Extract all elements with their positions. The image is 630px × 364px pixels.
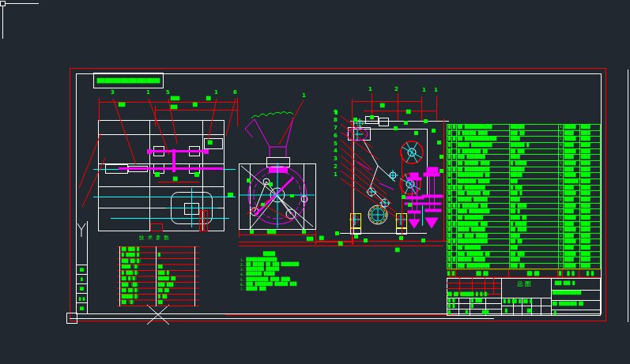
bom-spec: █ ███ — [510, 186, 559, 191]
bom-part-name: █ ███████ ███ — [457, 204, 510, 209]
tech-params-row: ██ █(█) █████ ██ — [120, 276, 194, 283]
bom-part-name: ██ █████████ — [457, 186, 510, 191]
bom-part-name: ██ ██████████████ — [457, 137, 510, 142]
titleblock-sig: █ █ — [448, 305, 455, 309]
bom-spec: ██████ — [510, 125, 559, 130]
drawing-title-banner: ████████████████████████ — [93, 73, 164, 88]
border-strip-cell: ██ — [77, 284, 87, 294]
bom-header-name: ██ ██ — [456, 270, 509, 277]
bom-spec: ██ ███ — [510, 149, 559, 155]
bom-spec: ██ ████ — [510, 227, 559, 233]
bom-row: █ ███████████ ██ █████ 1 █████ ████ — [447, 173, 600, 179]
bom-material: ████ — [564, 167, 580, 173]
bom-remark: ████ — [580, 173, 600, 178]
bom-row: █ ███ ███████ ██ ██ ███ 1 █████ ████ — [447, 252, 600, 258]
bom-material: █████ — [564, 239, 580, 245]
balloon-c2: 2 — [394, 87, 398, 92]
bom-spec: ███ ██ — [510, 131, 559, 137]
titleblock-sheet-count: ██ — [527, 310, 532, 313]
bom-remark: ████ — [580, 191, 600, 197]
bom-material: ████ — [564, 131, 580, 137]
bom-remark: ████ — [580, 155, 600, 160]
tech-param-value: ██ ██ — [158, 289, 169, 293]
bom-remark: ████ — [580, 209, 600, 215]
tech-params-row: ███ (██) ███ ███ — [120, 282, 194, 288]
tech-param-label: ███ ██(█) — [122, 260, 141, 264]
tech-params-row: ██ ███ █ — [120, 246, 194, 253]
titleblock-sig: █ — [466, 311, 468, 315]
bom-row: █ █████ █████████ ██████ █ 4 ████ ████ — [447, 143, 600, 149]
balloon-col-5: 5 — [334, 141, 338, 147]
bom-spec: ███ — [510, 179, 559, 185]
bom-spec: ██████ █ — [510, 143, 559, 148]
tech-params-row: ████ (█) ██ — [120, 265, 194, 271]
bom-remark: ████ — [580, 216, 600, 221]
tech-param-label: ████ (█) — [122, 265, 139, 269]
bom-header-row: █ █ ██ ██ ██ ██ █ █ █ █ █ — [447, 269, 601, 278]
machine-a-shafts — [119, 149, 223, 172]
machine-c-yellow — [351, 120, 407, 229]
note-number: 7. — [240, 287, 245, 292]
bom-part-name: █████ █████████ — [457, 143, 510, 148]
machine-a-view — [98, 120, 224, 231]
bom-part-name: █████████████ — [457, 239, 510, 245]
bom-material: █████ — [564, 161, 580, 167]
tech-param-value: █████ ██ — [158, 277, 175, 281]
tech-param-value: █ — [158, 253, 160, 257]
machine-a-centerlines — [93, 152, 236, 228]
bom-part-name: ██ ████████████ — [457, 125, 510, 130]
dim-text: █ — [335, 111, 338, 115]
dim-text: ████ — [171, 97, 179, 101]
banner-text: ████████████████████████ — [97, 78, 160, 83]
cursor-crosshair-icon[interactable] — [1, 2, 40, 39]
tech-param-value: ██ — [158, 301, 163, 305]
bom-row: █ █████ ██████ ██ ████ 1 █████ ████ — [447, 227, 600, 234]
bom-row: █ ██████ ██████ ████ 1 ████ ████ — [447, 197, 600, 204]
bom-remark: ████ — [580, 252, 600, 257]
bom-part-name: ██ ██████ ████ — [457, 161, 510, 167]
bom-part-name: ██████ █████ — [457, 257, 510, 263]
bom-remark: ████ — [580, 167, 600, 173]
bom-remark: ████ — [580, 239, 600, 245]
bom-spec: ████ — [510, 155, 559, 160]
bom-remark: ████ — [580, 125, 600, 130]
dim-text: ███ — [119, 103, 125, 107]
border-strip: ██ █ ██ █ █ ██ — [77, 265, 87, 313]
bom-material: █████ — [564, 191, 580, 197]
bom-row: █ ██ ███████ ███ 1 ████ ████ — [447, 246, 600, 252]
bom-remark: ████ — [580, 204, 600, 209]
titleblock-drawing-number: ██ ████████ ██ — [553, 302, 583, 306]
tech-params-table: ██ ███ █ █ ████ █ █ ███ ██(█) ████ (█) █… — [120, 246, 194, 306]
bom-row: █ ██ ████ █████ ████ 2 ████ ████ — [447, 234, 600, 240]
balloon-a3: 5 — [166, 90, 170, 96]
titleblock-company: ███ ███ █ — [555, 282, 575, 286]
dim-text: ██ — [173, 178, 178, 182]
tech-params-row: █ ████ █ █ — [120, 253, 194, 259]
bom-spec: ██ █ — [510, 209, 559, 215]
bom-part-name: ██████ ██████ — [457, 197, 510, 203]
border-strip-cell: ██ — [77, 304, 87, 313]
bom-spec: █████ — [510, 173, 559, 178]
tech-params-row: █████(█) █ ██ — [120, 294, 194, 300]
bom-material: █████ — [564, 227, 580, 233]
balloon-col-6: 4 — [334, 148, 338, 154]
cad-model-space: ████████████████████████ 3 1 5 1 6 1 1 2… — [0, 0, 630, 364]
border-strip-cell: █ █ — [77, 294, 87, 303]
bom-row: █ █ ████████ ██ ██ ███ 1 █████ ████ — [447, 149, 600, 156]
balloon-col-3: 7 — [334, 126, 338, 131]
tech-param-value: ███ ███ — [158, 283, 173, 287]
bom-material: ████ — [564, 197, 580, 203]
balloon-col-9: 1 — [334, 172, 338, 178]
bom-material: █████ — [564, 204, 580, 209]
titleblock-sig: █ ███ — [471, 299, 482, 303]
bom-remark: ████ — [580, 131, 600, 137]
bom-spec: ██ ████ — [510, 204, 559, 209]
balloon-col-8: 2 — [334, 164, 338, 170]
bom-material: █████ — [564, 149, 580, 155]
bom-remark: ████ — [580, 234, 600, 239]
bom-header-spec: ██ ██ — [509, 270, 558, 277]
balloon-c3: 1 — [422, 88, 426, 93]
bom-part-name: ██ ████████ — [457, 216, 510, 221]
titleblock-sheet: █ — [505, 310, 507, 313]
balloon-a5: 6 — [233, 90, 237, 96]
